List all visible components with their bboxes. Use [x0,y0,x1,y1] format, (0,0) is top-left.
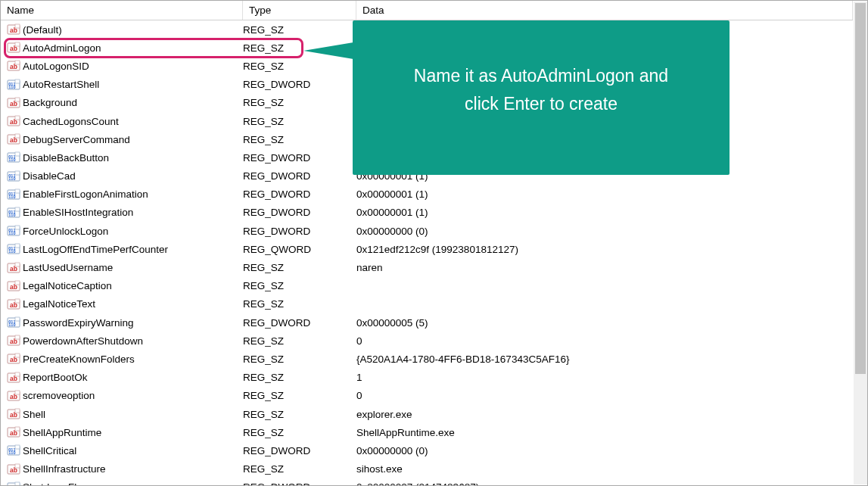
table-row[interactable]: PasswordExpiryWarningREG_DWORD0x00000005… [1,313,853,332]
table-row[interactable]: ShellREG_SZexplorer.exe [1,405,853,423]
cell-type: REG_SZ [243,335,356,347]
value-name: EnableFirstLogonAnimation [23,188,148,200]
table-row[interactable]: LastUsedUsernameREG_SZnaren [1,258,853,276]
table-row[interactable]: PreCreateKnownFoldersREG_SZ{A520A1A4-178… [1,350,853,368]
reg-string-icon [7,23,20,36]
cell-data: 0x00000000 (0) [356,445,853,456]
reg-string-icon [7,371,20,385]
cell-name: EnableFirstLogonAnimation [7,188,243,201]
value-name: ShellAppRuntime [23,427,101,438]
reg-string-icon [7,352,20,366]
value-name: LegalNoticeText [23,298,95,310]
reg-string-icon [7,279,20,293]
cell-name: LegalNoticeText [7,298,243,311]
cell-name: ShellCritical [7,444,243,457]
reg-binary-icon [7,481,20,485]
reg-binary-icon [7,170,20,183]
cell-name: ForceUnlockLogon [7,224,243,238]
cell-type: REG_SZ [243,463,356,475]
table-row[interactable]: LastLogOffEndTimePerfCounterREG_QWORD0x1… [1,240,853,258]
cell-name: ReportBootOk [7,371,243,385]
cell-data: 1 [356,372,853,383]
cell-name: (Default) [7,23,243,36]
cell-type: REG_SZ [243,97,356,108]
value-name: DisableCad [23,170,76,182]
table-row[interactable]: EnableFirstLogonAnimationREG_DWORD0x0000… [1,185,853,204]
table-row[interactable]: ShellInfrastructureREG_SZsihost.exe [1,460,853,478]
reg-binary-icon [7,78,20,92]
table-row[interactable]: EnableSIHostIntegrationREG_DWORD0x000000… [1,204,853,222]
scrollbar-thumb[interactable] [855,3,866,374]
value-name: Shell [23,409,45,420]
table-row[interactable]: ForceUnlockLogonREG_DWORD0x00000000 (0) [1,222,853,240]
cell-type: REG_SZ [243,116,356,127]
cell-type: REG_SZ [243,390,356,401]
cell-data: {A520A1A4-1780-4FF6-BD18-167343C5AF16} [356,354,853,365]
reg-string-icon [7,407,20,421]
value-name: DebugServerCommand [23,134,130,145]
column-header-data[interactable]: Data [356,1,853,20]
cell-type: REG_DWORD [243,226,356,237]
cell-type: REG_QWORD [243,244,356,255]
reg-string-icon [7,59,20,73]
cell-type: REG_DWORD [243,152,356,164]
value-name: EnableSIHostIntegration [23,207,133,218]
table-row[interactable]: ShellAppRuntimeREG_SZShellAppRuntime.exe [1,423,853,441]
cell-data: 0x00000005 (5) [356,317,853,329]
cell-name: ShutdownFlags [7,481,243,485]
value-name: ShellInfrastructure [23,463,106,475]
cell-type: REG_SZ [243,427,356,438]
table-row[interactable]: LegalNoticeCaptionREG_SZ [1,277,853,295]
value-name: scremoveoption [23,390,95,401]
column-header-name[interactable]: Name [1,1,243,20]
cell-type: REG_SZ [243,24,356,36]
table-row[interactable]: PowerdownAfterShutdownREG_SZ0 [1,332,853,350]
table-row[interactable]: ReportBootOkREG_SZ1 [1,369,853,387]
value-name: AutoLogonSID [23,61,89,72]
cell-name: Shell [7,407,243,421]
cell-data: explorer.exe [356,409,853,420]
column-header-row: Name Type Data [1,1,853,20]
reg-string-icon [7,389,20,403]
callout-text-line2: click Enter to create [465,94,618,114]
cell-name: DebugServerCommand [7,132,243,146]
reg-binary-icon [7,206,20,220]
table-row[interactable]: scremoveoptionREG_SZ0 [1,387,853,405]
reg-string-icon [7,132,20,146]
cell-data: 0x121edf212c9f (19923801812127) [356,244,853,255]
cell-name: LastUsedUsername [7,261,243,275]
cell-name: DisableCad [7,170,243,183]
value-name: (Default) [23,24,62,36]
callout-text-line1: Name it as AutoAdminLogon and [414,66,668,86]
reg-string-icon [7,114,20,128]
table-row[interactable]: ShellCriticalREG_DWORD0x00000000 (0) [1,441,853,460]
reg-string-icon [7,261,20,275]
cell-type: REG_DWORD [243,170,356,182]
cell-data: 0 [356,390,853,401]
value-name: PreCreateKnownFolders [23,354,135,365]
cell-type: REG_DWORD [243,481,356,485]
cell-type: REG_SZ [243,61,356,72]
cell-type: REG_SZ [243,354,356,365]
value-name: LegalNoticeCaption [23,280,112,291]
reg-string-icon [7,41,20,55]
cell-name: PreCreateKnownFolders [7,352,243,366]
value-name: PowerdownAfterShutdown [23,335,143,347]
cell-data: 0x00000001 (1) [356,207,853,218]
value-name: LastLogOffEndTimePerfCounter [23,244,168,255]
reg-string-icon [7,96,20,110]
cell-name: ShellAppRuntime [7,425,243,439]
cell-name: AutoRestartShell [7,78,243,92]
reg-binary-icon [7,224,20,238]
callout-box: Name it as AutoAdminLogon and click Ente… [353,20,730,175]
cell-data: naren [356,262,853,273]
cell-name: AutoLogonSID [7,59,243,73]
table-row[interactable]: ShutdownFlagsREG_DWORD0x80000027 (214748… [1,478,853,485]
vertical-scrollbar[interactable] [854,2,867,484]
cell-type: REG_SZ [243,280,356,291]
cell-name: Background [7,96,243,110]
cell-data: sihost.exe [356,463,853,475]
value-name: PasswordExpiryWarning [23,317,134,329]
table-row[interactable]: LegalNoticeTextREG_SZ [1,295,853,313]
column-header-type[interactable]: Type [243,1,356,20]
